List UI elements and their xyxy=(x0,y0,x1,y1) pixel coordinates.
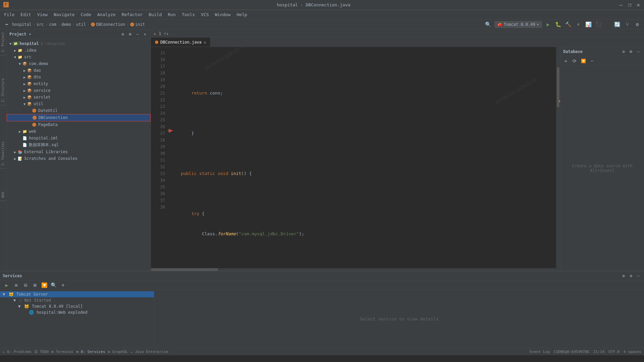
menu-vcs[interactable]: VCS xyxy=(198,11,211,18)
warning-arrows[interactable]: ↑↓ xyxy=(164,31,168,36)
tree-dao[interactable]: ▶ 📦 dao xyxy=(7,67,151,74)
db-settings-icon[interactable]: ⚙ xyxy=(621,49,627,55)
structure-tab-label[interactable]: Z: Structure xyxy=(0,75,6,105)
tree-dto[interactable]: ▶ 📦 dto xyxy=(7,74,151,80)
tree-scratches[interactable]: ▶ 📝 Scratches and Consoles xyxy=(7,155,151,162)
breadcrumb-init[interactable]: init xyxy=(135,22,145,27)
svc-hospital-web[interactable]: 🌐 hospital:Web exploded xyxy=(0,309,154,315)
services-search-button[interactable]: 🔍 xyxy=(50,281,58,289)
tree-sql[interactable]: 📄 数据库脚本.sql xyxy=(7,141,151,148)
debug-button[interactable]: 🐛 xyxy=(554,20,562,28)
menu-edit[interactable]: Edit xyxy=(18,11,34,18)
git-button[interactable]: ⑂ xyxy=(623,20,631,28)
services-collapse-button[interactable]: ≡ xyxy=(12,281,20,289)
editor-content[interactable]: 15 16 17 18 19 20 21 22 23 24 25 26 27 2… xyxy=(151,47,560,268)
menu-run[interactable]: Run xyxy=(165,11,178,18)
menu-code[interactable]: Code xyxy=(78,11,94,18)
maximize-button[interactable]: ❐ xyxy=(627,3,632,7)
tree-entity[interactable]: ▶ 📦 entity xyxy=(7,80,151,87)
breadcrumb-dbconnection[interactable]: DBConnection xyxy=(96,22,125,27)
breadcrumb-demo[interactable]: demo xyxy=(61,22,71,27)
tree-src[interactable]: ▼ 📁 src xyxy=(7,54,151,60)
tree-web[interactable]: ▶ 📁 web xyxy=(7,128,151,135)
breadcrumb-com[interactable]: com xyxy=(49,22,56,27)
update-button[interactable]: 🔄 xyxy=(613,20,621,28)
db-expand-icon[interactable]: ⊞ xyxy=(628,49,634,55)
tree-service[interactable]: ▶ 📦 service xyxy=(7,87,151,94)
tree-dbconnection[interactable]: DBConnection xyxy=(7,114,151,121)
tab-dbconnection[interactable]: DBConnection.java ✕ xyxy=(151,38,211,47)
services-close-icon[interactable]: — xyxy=(635,273,641,279)
services-group-button[interactable]: ⊞ xyxy=(31,281,39,289)
terminal-button[interactable]: ⊞ Terminal xyxy=(51,350,73,354)
db-more-button[interactable]: ⋯ xyxy=(588,57,596,65)
services-expand-button[interactable]: ⊟ xyxy=(21,281,30,289)
db-add-button[interactable]: + xyxy=(562,57,570,65)
code-content[interactable]: javayms.github.io javayms.github.io retu… xyxy=(168,47,556,268)
menu-refactor[interactable]: Refactor xyxy=(119,11,146,18)
web-tab-label[interactable]: Web xyxy=(0,189,6,201)
svc-not-started[interactable]: ▼ ⬚ Not Started xyxy=(0,297,154,303)
services-gear-icon[interactable]: ⚙ xyxy=(628,273,634,279)
favorites-tab-label[interactable]: 2: Favorites xyxy=(0,139,6,169)
svc-tomcat-server[interactable]: ▼ 🐱 Tomcat Server xyxy=(0,291,154,297)
tree-idea[interactable]: ▶ 📁 .idea xyxy=(7,47,151,54)
profile-button[interactable]: 📊 xyxy=(584,20,592,28)
menu-navigate[interactable]: Navigate xyxy=(51,11,77,18)
tab-close-button[interactable]: ✕ xyxy=(204,40,206,45)
db-close-icon[interactable]: — xyxy=(635,49,641,55)
services-add-button[interactable]: + xyxy=(59,281,67,289)
project-collapse-icon[interactable]: — xyxy=(135,31,141,37)
menu-view[interactable]: View xyxy=(35,11,50,18)
menu-help[interactable]: Help xyxy=(234,11,250,18)
git-status[interactable]: CSDNE@0:69590786 xyxy=(554,350,589,354)
menu-build[interactable]: Build xyxy=(146,11,164,18)
graphql-button[interactable]: ◈ GraphQL xyxy=(108,350,128,354)
services-button[interactable]: ⊙ 8: Services xyxy=(76,350,105,354)
stop-button[interactable]: ⬛ xyxy=(594,20,602,28)
db-filter-button[interactable]: 🔽 xyxy=(579,57,587,65)
menu-window[interactable]: Window xyxy=(212,11,233,18)
services-run-button[interactable]: ▶ xyxy=(3,281,11,289)
minimize-button[interactable]: — xyxy=(619,3,623,7)
problems-button[interactable]: ⚠ 6: Problems xyxy=(3,350,32,354)
run-config-selector[interactable]: 🍅 Tomcat 8.0.49 ▾ xyxy=(494,21,542,28)
encoding-selector[interactable]: UTF-8 xyxy=(608,350,620,354)
project-close-icon[interactable]: ✕ xyxy=(142,31,148,37)
project-expand-icon[interactable]: ⊞ xyxy=(127,31,133,37)
tree-hospital-iml[interactable]: 📄 hospital.iml xyxy=(7,135,151,141)
tree-hospital[interactable]: ▼ 📁 hospital E:\hospital xyxy=(7,40,151,47)
event-log-button[interactable]: Event Log xyxy=(530,350,550,354)
settings-button[interactable]: ⚙ xyxy=(633,20,641,28)
coverage-button[interactable]: ⚡ xyxy=(574,20,582,28)
editor-scrollbar[interactable] xyxy=(556,47,560,268)
breadcrumb-util[interactable]: util xyxy=(76,22,86,27)
h-scrollbar-thumb[interactable] xyxy=(151,268,218,271)
todo-button[interactable]: ☰ TODO xyxy=(34,350,49,354)
tree-dateutil[interactable]: DateUtil xyxy=(7,107,151,114)
tree-com-demo[interactable]: ▼ 📦 com.demo xyxy=(7,60,151,67)
search-everywhere-button[interactable]: 🔍 xyxy=(484,20,492,28)
project-settings-icon[interactable]: ⚙ xyxy=(120,31,126,37)
menu-tools[interactable]: Tools xyxy=(179,11,198,18)
project-tab-label[interactable]: 1: Project xyxy=(0,29,6,55)
menu-file[interactable]: File xyxy=(1,11,17,18)
db-refresh-button[interactable]: ⟳ xyxy=(571,57,579,65)
build-button[interactable]: 🔨 xyxy=(564,20,572,28)
horizontal-scrollbar[interactable] xyxy=(151,268,560,271)
tree-util[interactable]: ▼ 📦 util xyxy=(7,101,151,107)
services-settings-icon[interactable]: ⚙ xyxy=(621,273,627,279)
cursor-position[interactable]: 21:14 xyxy=(593,350,604,354)
breadcrumb-hospital[interactable]: hospital xyxy=(12,22,32,27)
tree-pagedata[interactable]: PageData xyxy=(7,121,151,128)
indent-selector[interactable]: 4 spaces xyxy=(624,350,641,354)
tree-external-libs[interactable]: ▶ 📚 External Libraries xyxy=(7,148,151,155)
breadcrumb-src[interactable]: src xyxy=(37,22,44,27)
java-enterprise-button[interactable]: ☕ Java Enterprise xyxy=(130,350,168,354)
tree-servlet[interactable]: ▶ 📦 servlet xyxy=(7,94,151,101)
menu-analyze[interactable]: Analyze xyxy=(95,11,118,18)
svc-tomcat-local[interactable]: ▼ 🐱 Tomcat 8.0.49 [local] xyxy=(0,303,154,309)
nav-back-button[interactable]: ⬅ xyxy=(3,20,11,28)
services-filter-button[interactable]: 🔽 xyxy=(40,281,48,289)
close-button[interactable]: ✕ xyxy=(636,3,641,7)
